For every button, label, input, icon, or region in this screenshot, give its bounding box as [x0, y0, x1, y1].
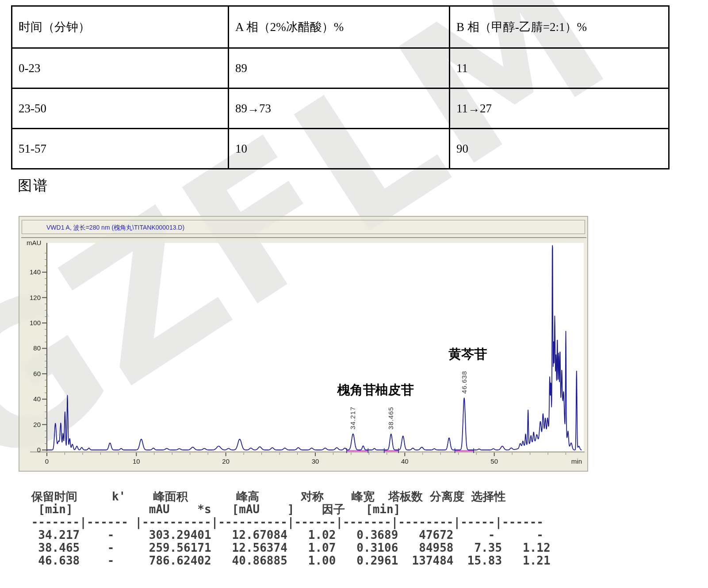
gradient-cell-time: 23-50: [12, 88, 229, 129]
svg-text:0: 0: [37, 446, 41, 453]
gradient-cell-phase-a: 89: [229, 48, 450, 88]
svg-text:槐角苷: 槐角苷: [337, 383, 376, 397]
gradient-table: 时间（分钟） A 相（2%冰醋酸）% B 相（甲醇-乙腈=2:1）% 0-23 …: [11, 5, 670, 169]
gradient-table-header-row: 时间（分钟） A 相（2%冰醋酸）% B 相（甲醇-乙腈=2:1）%: [12, 6, 669, 48]
svg-text:mAU: mAU: [27, 239, 41, 246]
svg-text:50: 50: [490, 457, 498, 465]
svg-text:20: 20: [222, 457, 230, 465]
gradient-cell-phase-b: 11: [450, 48, 669, 88]
svg-text:100: 100: [30, 319, 41, 327]
svg-text:46.638: 46.638: [460, 371, 468, 394]
svg-text:40: 40: [33, 395, 41, 403]
svg-text:min: min: [571, 457, 582, 465]
chromatogram-widget: VWD1 A, 波长=280 nm (槐角丸\TITANK000013.D) 0…: [19, 216, 588, 472]
svg-text:40: 40: [401, 457, 409, 465]
section-label: 图谱: [18, 176, 49, 196]
svg-text:柚皮苷: 柚皮苷: [375, 383, 414, 397]
gradient-table-row: 51-57 10 90: [12, 129, 669, 169]
svg-text:60: 60: [33, 370, 41, 377]
svg-text:30: 30: [312, 457, 319, 465]
gradient-cell-time: 51-57: [12, 129, 229, 169]
svg-text:10: 10: [133, 457, 140, 465]
gradient-cell-phase-b: 90: [450, 129, 669, 169]
gradient-table-row: 23-50 89→73 11→27: [12, 88, 669, 129]
gradient-cell-time: 0-23: [12, 48, 229, 88]
gradient-header-phase-b: B 相（甲醇-乙腈=2:1）%: [450, 6, 669, 48]
gradient-cell-phase-a: 10: [229, 129, 450, 169]
document-page: 时间（分钟） A 相（2%冰醋酸）% B 相（甲醇-乙腈=2:1）% 0-23 …: [0, 0, 708, 588]
gradient-cell-phase-b: 11→27: [450, 88, 669, 129]
svg-text:34.217: 34.217: [349, 407, 356, 430]
svg-text:黄芩苷: 黄芩苷: [448, 347, 487, 361]
svg-text:80: 80: [33, 344, 41, 352]
gradient-header-phase-a: A 相（2%冰醋酸）%: [229, 6, 450, 48]
chromatogram-title: VWD1 A, 波长=280 nm (槐角丸\TITANK000013.D): [22, 220, 585, 234]
peak-report-table: 保留时间 k' 峰面积 峰高 对称 峰宽 塔板数 分离度 选择性 [min] m…: [24, 490, 551, 567]
svg-text:0: 0: [45, 457, 49, 465]
gradient-header-time: 时间（分钟）: [12, 6, 229, 48]
svg-text:20: 20: [33, 421, 41, 428]
chromatogram-plot: 020406080100120140mAU01020304050min34.21…: [21, 237, 586, 472]
svg-text:120: 120: [30, 294, 41, 301]
svg-text:38.465: 38.465: [387, 407, 394, 430]
svg-text:140: 140: [30, 268, 41, 276]
gradient-table-row: 0-23 89 11: [12, 48, 669, 88]
gradient-cell-phase-a: 89→73: [229, 88, 450, 129]
